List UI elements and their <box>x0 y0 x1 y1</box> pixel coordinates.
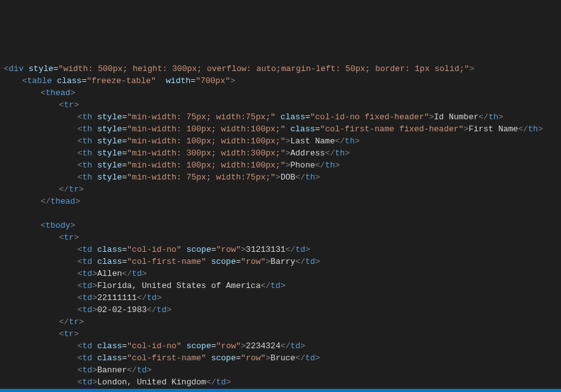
code-line[interactable]: <td class="col-first-name" scope="row">B… <box>0 256 561 268</box>
code-line[interactable]: <td>Banner</td> <box>0 364 561 376</box>
code-line[interactable]: <td class="col-id-no" scope="row">312131… <box>0 244 561 256</box>
code-line[interactable]: </tr> <box>0 183 561 195</box>
code-line[interactable]: <th style="min-width: 75px; width:75px;"… <box>0 171 561 183</box>
code-line[interactable]: <th style="min-width: 100px; width:100px… <box>0 123 561 135</box>
code-line[interactable]: <td>Florida, United States of America</t… <box>0 280 561 292</box>
code-line[interactable]: <td class="col-id-no" scope="row">223432… <box>0 340 561 352</box>
code-line[interactable]: <tr> <box>0 99 561 111</box>
code-line[interactable]: <tbody> <box>0 219 561 232</box>
code-line[interactable]: <th style="min-width: 100px; width:100px… <box>0 135 561 147</box>
code-line[interactable]: </thead> <box>0 195 561 207</box>
status-bar[interactable] <box>0 389 561 392</box>
code-line[interactable]: </tr> <box>0 316 561 328</box>
code-line[interactable]: <td class="col-first-name" scope="row">B… <box>0 352 561 364</box>
code-line[interactable] <box>0 207 561 219</box>
code-line[interactable]: <td>02-02-1983</td> <box>0 304 561 316</box>
code-line[interactable]: <table class="freeze-table" width="700px… <box>0 75 561 87</box>
code-line[interactable]: <th style="min-width: 100px; width:100px… <box>0 159 561 171</box>
code-line[interactable]: <td>London, United Kingdom</td> <box>0 376 561 388</box>
code-line[interactable]: <th style="min-width: 300px; width:300px… <box>0 147 561 159</box>
code-line[interactable]: <th style="min-width: 75px; width:75px;"… <box>0 111 561 123</box>
code-line[interactable]: <div style="width: 500px; height: 300px;… <box>0 63 561 75</box>
code-editor[interactable]: <div style="width: 500px; height: 300px;… <box>0 60 561 392</box>
code-line[interactable]: <td>Allen</td> <box>0 268 561 280</box>
code-line[interactable]: <thead> <box>0 87 561 99</box>
code-line[interactable]: <tr> <box>0 328 561 340</box>
code-line[interactable]: <td>22111111</td> <box>0 292 561 304</box>
code-line[interactable]: <tr> <box>0 232 561 244</box>
